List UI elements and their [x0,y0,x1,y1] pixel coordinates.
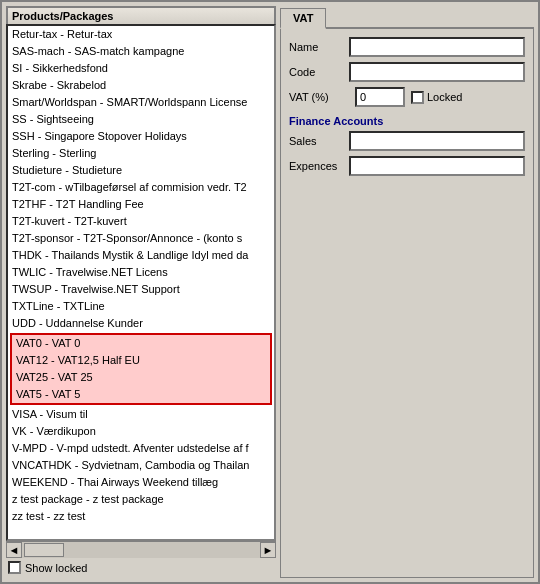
list-item[interactable]: T2T-sponsor - T2T-Sponsor/Annonce - (kon… [8,230,274,247]
scroll-right-button[interactable]: ► [260,542,276,558]
highlighted-group: VAT0 - VAT 0VAT12 - VAT12,5 Half EUVAT25… [10,333,272,405]
list-item[interactable]: SAS-mach - SAS-match kampagne [8,43,274,60]
code-input[interactable] [349,62,525,82]
sales-input[interactable] [349,131,525,151]
list-item[interactable]: SS - Sightseeing [8,111,274,128]
list-item[interactable]: VK - Værdikupon [8,423,274,440]
list-item[interactable]: SI - Sikkerhedsfond [8,60,274,77]
list-item-highlighted[interactable]: VAT5 - VAT 5 [12,386,270,403]
list-item[interactable]: T2THF - T2T Handling Fee [8,196,274,213]
locked-checkbox[interactable] [411,91,424,104]
tab-content: Name Code VAT (%) Locked [280,29,534,578]
list-item[interactable]: TWSUP - Travelwise.NET Support [8,281,274,298]
list-item[interactable]: Skrabe - Skrabelod [8,77,274,94]
list-item[interactable]: Studieture - Studieture [8,162,274,179]
horizontal-scrollbar[interactable]: ◄ ► [6,541,276,557]
list-item-highlighted[interactable]: VAT12 - VAT12,5 Half EU [12,352,270,369]
arrow-left-icon: ◄ [9,544,20,556]
list-item-highlighted[interactable]: VAT25 - VAT 25 [12,369,270,386]
sales-label: Sales [289,135,349,147]
scroll-track[interactable] [22,542,260,558]
panel-header: Products/Packages [6,6,276,24]
list-item[interactable]: z test package - z test package [8,491,274,508]
locked-label: Locked [427,91,462,103]
panel-title: Products/Packages [12,10,114,22]
locked-section: Locked [411,91,462,104]
arrow-right-icon: ► [263,544,274,556]
list-item[interactable]: VNCATHDK - Sydvietnam, Cambodia og Thail… [8,457,274,474]
tab-vat[interactable]: VAT [280,8,326,29]
sales-row: Sales [289,131,525,151]
name-input[interactable] [349,37,525,57]
list-item[interactable]: UDD - Uddannelse Kunder [8,315,274,332]
list-before-highlight: Retur-tax - Retur-taxSAS-mach - SAS-matc… [8,26,274,332]
list-item[interactable]: WEEKEND - Thai Airways Weekend tillæg [8,474,274,491]
list-item[interactable]: TXTLine - TXTLine [8,298,274,315]
list-item[interactable]: T2T-com - wTilbageførsel af commision ve… [8,179,274,196]
list-item[interactable]: Sterling - Sterling [8,145,274,162]
show-locked-checkbox[interactable] [8,561,21,574]
expences-row: Expences [289,156,525,176]
show-locked-label[interactable]: Show locked [25,562,87,574]
basic-fields-section: Name Code VAT (%) Locked [289,37,525,107]
list-item[interactable]: SSH - Singapore Stopover Holidays [8,128,274,145]
scroll-thumb[interactable] [24,543,64,557]
vat-row: VAT (%) Locked [289,87,525,107]
main-window: Products/Packages Retur-tax - Retur-taxS… [0,0,540,584]
finance-accounts-title: Finance Accounts [289,115,525,127]
expences-input[interactable] [349,156,525,176]
content-area: Products/Packages Retur-tax - Retur-taxS… [6,6,534,578]
show-locked-row: Show locked [6,557,276,578]
list-item[interactable]: Smart/Worldspan - SMART/Worldspann Licen… [8,94,274,111]
list-item[interactable]: Retur-tax - Retur-tax [8,26,274,43]
expences-label: Expences [289,160,349,172]
scroll-left-button[interactable]: ◄ [6,542,22,558]
code-label: Code [289,66,349,78]
name-row: Name [289,37,525,57]
list-item[interactable]: VISA - Visum til [8,406,274,423]
left-panel: Products/Packages Retur-tax - Retur-taxS… [6,6,276,578]
products-list[interactable]: Retur-tax - Retur-taxSAS-mach - SAS-matc… [6,24,276,541]
list-after-highlight: VISA - Visum tilVK - VærdikuponV-MPD - V… [8,406,274,525]
list-item[interactable]: THDK - Thailands Mystik & Landlige Idyl … [8,247,274,264]
list-item[interactable]: T2T-kuvert - T2T-kuvert [8,213,274,230]
tab-bar: VAT [280,6,534,29]
right-panel: VAT Name Code [280,6,534,578]
list-item-highlighted[interactable]: VAT0 - VAT 0 [12,335,270,352]
list-item[interactable]: zz test - zz test [8,508,274,525]
list-item[interactable]: TWLIC - Travelwise.NET Licens [8,264,274,281]
finance-accounts-section: Finance Accounts Sales Expences [289,115,525,176]
tab-vat-label: VAT [293,12,313,24]
name-label: Name [289,41,349,53]
vat-label: VAT (%) [289,91,349,103]
vat-input[interactable] [355,87,405,107]
code-row: Code [289,62,525,82]
list-item[interactable]: V-MPD - V-mpd udstedt. Afventer udstedel… [8,440,274,457]
